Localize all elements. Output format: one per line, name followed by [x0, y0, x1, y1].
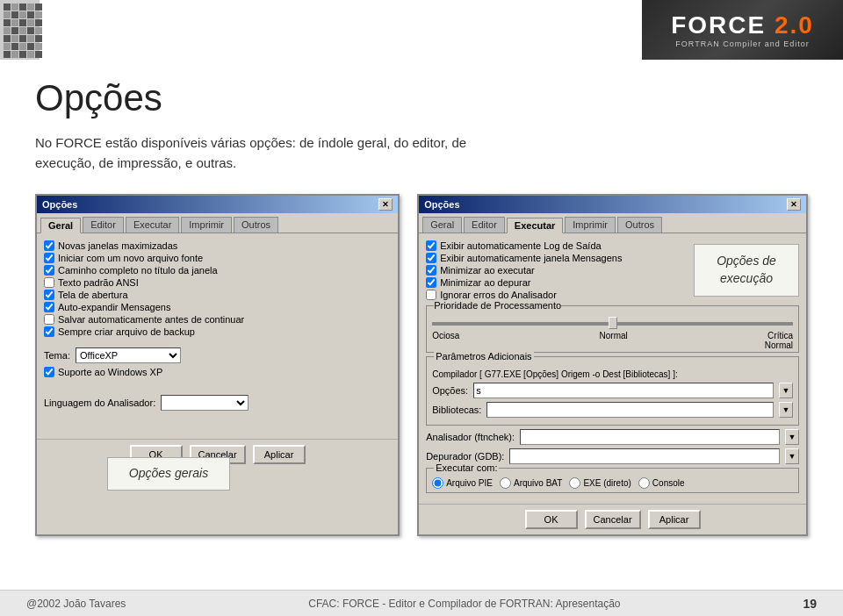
priority-title: Prioridade de Processamento [434, 300, 561, 311]
checkbox-tela: Tela de abertura [44, 290, 391, 300]
exec-tabs: Geral Editor Executar Imprimir Outros [419, 213, 806, 233]
checkbox-auto-input[interactable] [44, 302, 54, 312]
checkbox-ignorar: Ignorar erros do Analisador [426, 290, 687, 300]
exec-with-title: Executar com: [434, 462, 499, 473]
dialog-exec-title: Opções [424, 199, 459, 210]
analisador-dropdown[interactable]: ▼ [785, 429, 799, 445]
params-title: Parâmetros Adicionais [434, 351, 533, 362]
radio-bat-input[interactable] [500, 477, 511, 489]
checkbox-suporte-input[interactable] [44, 367, 54, 377]
logo-text: FORCE 2.0 [671, 11, 814, 39]
radio-exe-input[interactable] [569, 477, 580, 489]
logo-version: 2.0 [775, 11, 814, 39]
checkbox-salvar: Salvar automaticamente antes de continua… [44, 314, 391, 325]
checkbox-minimizar-dep-input[interactable] [426, 277, 436, 288]
tab-imprimir[interactable]: Imprimir [181, 217, 232, 233]
checkbox-exibir-msg: Exibir automaticamente janela Mensagens [426, 253, 687, 263]
checkbox-novas-janelas: Novas janelas maximizadas [44, 240, 391, 251]
checkbox-texto: Texto padrão ANSI [44, 277, 391, 288]
tab-outros[interactable]: Outros [234, 217, 278, 233]
params-group: Parâmetros Adicionais Compilador [ G77.E… [426, 356, 799, 426]
checkbox-iniciar: Iniciar com um novo arquivo fonte [44, 253, 391, 263]
exec-tab-outros[interactable]: Outros [617, 217, 662, 233]
checkbox-novas-janelas-input[interactable] [44, 240, 54, 251]
analisador-input[interactable] [520, 429, 780, 445]
dialog-exec-titlebar: Opções ✕ [419, 196, 806, 213]
checkbox-minimizar-exec: Minimizar ao executar [426, 265, 687, 276]
checkbox-minimizar-exec-input[interactable] [426, 265, 436, 276]
exec-with-group: Executar com: Arquivo PIE Arquivo BAT [426, 468, 799, 493]
slider-label-critica: Crítica [767, 331, 793, 340]
tab-geral[interactable]: Geral [40, 218, 81, 233]
exec-cancel-button[interactable]: Cancelar [585, 510, 641, 529]
analisador-label: Analisador (ftnchek): [426, 432, 515, 442]
header-logo: FORCE 2.0 FORTRAN Compiler and Editor [642, 0, 843, 60]
footer-author: @2002 João Tavares [26, 598, 126, 610]
exec-close-button[interactable]: ✕ [787, 198, 801, 211]
priority-group: Prioridade de Processamento Ociosa Norma… [426, 305, 799, 353]
exec-ok-button[interactable]: OK [525, 510, 578, 529]
exec-callout-label: Opções de execução [707, 253, 786, 287]
close-button[interactable]: ✕ [378, 198, 393, 211]
radio-console: Console [638, 477, 685, 489]
depurador-dropdown[interactable]: ▼ [785, 448, 799, 464]
opcoes-input[interactable] [473, 383, 774, 398]
checkbox-iniciar-input[interactable] [44, 253, 54, 263]
footer-title: CFAC: FORCE - Editor e Compilador de FOR… [308, 598, 620, 610]
tema-row: Tema: OfficeXP [44, 347, 391, 363]
radio-console-input[interactable] [638, 477, 650, 489]
slider-labels: Ociosa Normal Crítica [432, 331, 793, 340]
general-apply-button[interactable]: Aplicar [253, 445, 306, 464]
exec-tab-executar[interactable]: Executar [507, 218, 563, 233]
radio-pie-input[interactable] [432, 477, 443, 489]
logo-force: FORCE [671, 11, 766, 39]
description: No FORCE estão disponíveis várias opções… [35, 133, 808, 173]
exec-apply-button[interactable]: Aplicar [648, 510, 701, 529]
general-body: Novas janelas maximizadas Iniciar com um… [37, 233, 398, 439]
slider-current: Normal [432, 340, 793, 350]
titlebar-buttons: ✕ [378, 198, 393, 211]
dialog-general: Opções ✕ Geral Editor Executar Imprimir … [35, 194, 400, 536]
opcoes-dropdown[interactable]: ▼ [779, 383, 793, 398]
general-callout-label: Opções gerais [129, 466, 208, 480]
slider-container [432, 313, 793, 331]
checkbox-sempre-input[interactable] [44, 326, 54, 337]
radio-bat: Arquivo BAT [500, 477, 562, 489]
page-footer: @2002 João Tavares CFAC: FORCE - Editor … [0, 590, 843, 616]
general-callout: Opções gerais [107, 457, 230, 491]
tema-select[interactable]: OfficeXP [76, 347, 181, 363]
checkbox-tela-input[interactable] [44, 290, 54, 300]
exec-tab-geral[interactable]: Geral [422, 217, 462, 233]
slider-thumb[interactable] [609, 317, 617, 329]
page-title: Opções [35, 77, 808, 119]
dialog-general-titlebar: Opções ✕ [37, 196, 398, 213]
slider-label-normal: Normal [600, 331, 628, 340]
bibliotecas-input[interactable] [486, 402, 774, 418]
checkbox-texto-input[interactable] [44, 277, 54, 288]
checkbox-caminho-input[interactable] [44, 265, 54, 276]
decorative-grid [0, 0, 40, 60]
linguagem-select[interactable] [161, 395, 249, 411]
bibliotecas-dropdown[interactable]: ▼ [779, 402, 793, 418]
dialog-exec: Opções ✕ Geral Editor Executar Imprimir … [417, 194, 808, 536]
opcoes-label: Opções: [432, 385, 468, 396]
tab-editor[interactable]: Editor [83, 217, 124, 233]
radio-pie: Arquivo PIE [432, 477, 493, 489]
main-content: Opções No FORCE estão disponíveis várias… [0, 60, 843, 590]
bibliotecas-row: Bibliotecas: ▼ [432, 402, 793, 418]
exec-tab-imprimir[interactable]: Imprimir [565, 217, 616, 233]
radio-exe: EXE (direto) [569, 477, 630, 489]
checkbox-exibir-log-input[interactable] [426, 240, 436, 251]
analisador-row: Analisador (ftnchek): ▼ [426, 429, 799, 445]
logo-subtitle: FORTRAN Compiler and Editor [675, 39, 809, 48]
checkbox-exibir-msg-input[interactable] [426, 253, 436, 263]
checkbox-ignorar-input[interactable] [426, 290, 436, 300]
checkbox-minimizar-dep: Minimizar ao depurar [426, 277, 687, 288]
depurador-input[interactable] [509, 448, 780, 464]
checkbox-salvar-input[interactable] [44, 314, 54, 325]
exec-body: Exibir automaticamente Log de Saída Exib… [419, 233, 806, 504]
dialog-general-title: Opções [42, 199, 77, 210]
checkbox-sempre: Sempre criar arquivo de backup [44, 326, 391, 337]
exec-tab-editor[interactable]: Editor [464, 217, 505, 233]
tab-executar[interactable]: Executar [126, 217, 179, 233]
